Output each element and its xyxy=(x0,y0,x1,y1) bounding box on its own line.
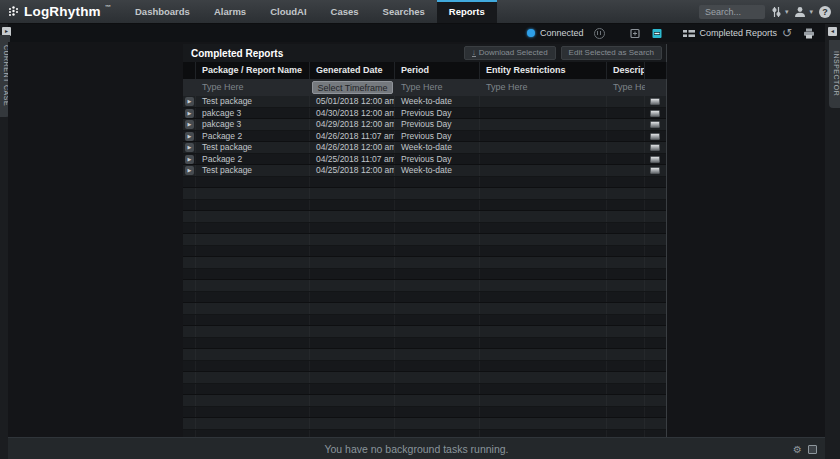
cell-entity xyxy=(480,131,607,142)
download-selected-button[interactable]: ↓ Download Selected xyxy=(464,46,556,60)
logo-text: LogRhythm xyxy=(24,4,101,19)
preferences-sliders-icon[interactable] xyxy=(771,6,782,18)
cell-name: pakcage 3 xyxy=(196,119,310,130)
tab-searches[interactable]: Searches xyxy=(371,0,437,23)
cell-period: Week-to-date xyxy=(395,165,480,176)
report-file-icon[interactable] xyxy=(650,121,660,128)
header-generated-date[interactable]: Generated Date xyxy=(310,62,395,79)
table-row-empty xyxy=(183,200,666,212)
table-row[interactable]: ▶Package 204/25/2018 11:07 amPrevious Da… xyxy=(183,154,666,166)
select-timeframe-button[interactable]: Select Timeframe xyxy=(312,81,393,94)
expand-row-icon[interactable]: ▶ xyxy=(185,120,194,129)
search-input[interactable]: Search... xyxy=(699,5,765,19)
background-tasks-message: You have no background tasks running. xyxy=(324,443,508,455)
report-file-icon[interactable] xyxy=(650,167,660,174)
filter-description-input[interactable]: Type Here xyxy=(607,79,645,96)
edit-selected-as-search-button[interactable]: Edit Selected as Search xyxy=(561,46,662,60)
table-row-empty xyxy=(183,177,666,189)
table-row-empty xyxy=(183,384,666,396)
cell-name: Package 2 xyxy=(196,154,310,165)
table-row[interactable]: ▶Test package04/26/2018 12:00 amWeek-to-… xyxy=(183,142,666,154)
user-icon[interactable] xyxy=(794,6,806,18)
table-row-empty xyxy=(183,430,666,438)
expand-row-icon[interactable]: ▶ xyxy=(185,155,194,164)
filter-period-input[interactable]: Type Here xyxy=(395,79,480,96)
cell-generated: 04/30/2018 12:00 am xyxy=(310,108,395,119)
table-row-empty xyxy=(183,223,666,235)
view-label: Completed Reports xyxy=(700,28,778,38)
reports-table-body: ▶Test package05/01/2018 12:00 amWeek-to-… xyxy=(183,96,666,437)
header-entity-restrictions[interactable]: Entity Restrictions xyxy=(480,62,607,79)
table-header-row: Package / Report Name Generated Date Per… xyxy=(183,62,666,79)
table-row[interactable]: ▶Test package05/01/2018 12:00 amWeek-to-… xyxy=(183,96,666,108)
cell-name: pakcage 3 xyxy=(196,108,310,119)
cell-name: Test package xyxy=(196,96,310,107)
table-row-empty xyxy=(183,280,666,292)
table-row-empty xyxy=(183,349,666,361)
header-description[interactable]: Description xyxy=(607,62,645,79)
collapse-right-panel-icon[interactable]: ◂ xyxy=(828,27,837,36)
report-file-icon[interactable] xyxy=(650,98,660,105)
header-package-report-name[interactable]: Package / Report Name xyxy=(196,62,310,79)
header-period[interactable]: Period xyxy=(395,62,480,79)
table-row-empty xyxy=(183,315,666,327)
cell-name: Test package xyxy=(196,142,310,153)
cell-period: Week-to-date xyxy=(395,142,480,153)
expand-row-icon[interactable]: ▶ xyxy=(185,109,194,118)
report-file-icon[interactable] xyxy=(650,110,660,117)
table-row-empty xyxy=(183,211,666,223)
settings-gear-icon[interactable]: ⚙ xyxy=(793,444,802,455)
table-filter-row: Type Here Select Timeframe Type Here Typ… xyxy=(183,79,666,96)
cell-description xyxy=(607,131,645,142)
filter-entity-input[interactable]: Type Here xyxy=(480,79,607,96)
page-title: Completed Reports xyxy=(183,48,283,59)
table-row[interactable]: ▶Package 204/26/2018 11:07 amPrevious Da… xyxy=(183,131,666,143)
cell-generated: 05/01/2018 12:00 am xyxy=(310,96,395,107)
cell-entity xyxy=(480,108,607,119)
tab-dashboards[interactable]: Dashboards xyxy=(123,0,202,23)
print-icon[interactable] xyxy=(803,28,815,39)
refresh-icon[interactable]: ↺ xyxy=(782,27,792,39)
cell-generated: 04/25/2018 11:07 am xyxy=(310,154,395,165)
expand-row-icon[interactable]: ▶ xyxy=(185,143,194,152)
completed-reports-view-icon[interactable] xyxy=(651,28,663,39)
logo-dots-icon xyxy=(8,5,20,18)
user-caret-icon[interactable]: ▾ xyxy=(809,8,813,16)
table-row-empty xyxy=(183,372,666,384)
cell-entity xyxy=(480,119,607,130)
cell-entity xyxy=(480,154,607,165)
cell-period: Previous Day xyxy=(395,119,480,130)
view-label-group: Completed Reports xyxy=(683,28,778,38)
table-row[interactable]: ▶pakcage 304/29/2018 12:00 amPrevious Da… xyxy=(183,119,666,131)
report-file-icon[interactable] xyxy=(650,144,660,151)
secondary-toolbar: Connected xyxy=(8,24,825,42)
expand-row-icon[interactable]: ▶ xyxy=(185,166,194,175)
expand-row-icon[interactable]: ▶ xyxy=(185,132,194,141)
table-row[interactable]: ▶pakcage 304/30/2018 12:00 amPrevious Da… xyxy=(183,108,666,120)
cell-description xyxy=(607,108,645,119)
report-queue-icon[interactable] xyxy=(629,28,641,39)
table-row[interactable]: ▶Test package04/25/2018 12:00 amWeek-to-… xyxy=(183,165,666,177)
tab-cases[interactable]: Cases xyxy=(319,0,371,23)
nav-tabs: DashboardsAlarmsCloudAICasesSearchesRepo… xyxy=(123,0,497,23)
filter-name-input[interactable]: Type Here xyxy=(196,79,310,96)
cell-generated: 04/26/2018 11:07 am xyxy=(310,131,395,142)
tab-alarms[interactable]: Alarms xyxy=(202,0,258,23)
cell-name: Test package xyxy=(196,165,310,176)
inspector-tab[interactable]: INSPECTOR xyxy=(829,40,840,108)
table-row-empty xyxy=(183,395,666,407)
tab-cloudai[interactable]: CloudAI xyxy=(258,0,318,23)
tasks-panel-icon[interactable] xyxy=(808,445,817,454)
toolbar-right-group: ↺ xyxy=(782,24,815,42)
pause-updates-icon[interactable] xyxy=(594,28,605,39)
report-file-icon[interactable] xyxy=(650,133,660,140)
cell-period: Previous Day xyxy=(395,108,480,119)
cell-period: Week-to-date xyxy=(395,96,480,107)
expand-row-icon[interactable]: ▶ xyxy=(185,97,194,106)
nav-right-cluster: Search... ▾ ▾ ? xyxy=(699,0,840,23)
report-file-icon[interactable] xyxy=(650,156,660,163)
table-row-empty xyxy=(183,269,666,281)
tab-reports[interactable]: Reports xyxy=(437,0,497,23)
preferences-caret-icon[interactable]: ▾ xyxy=(785,8,789,16)
help-icon[interactable]: ? xyxy=(819,6,831,18)
